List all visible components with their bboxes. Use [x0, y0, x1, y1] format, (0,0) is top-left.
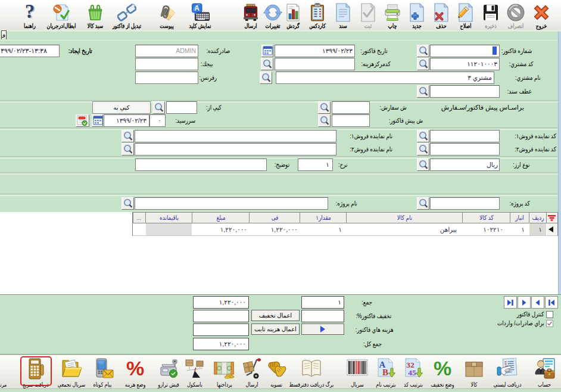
svg-text:?: ? — [25, 3, 35, 22]
svg-text:%: % — [126, 357, 144, 379]
svg-text:45: 45 — [408, 368, 416, 377]
svg-text:%: % — [434, 357, 451, 379]
svg-text:B: B — [382, 368, 388, 377]
svg-text:A: A — [194, 4, 200, 13]
